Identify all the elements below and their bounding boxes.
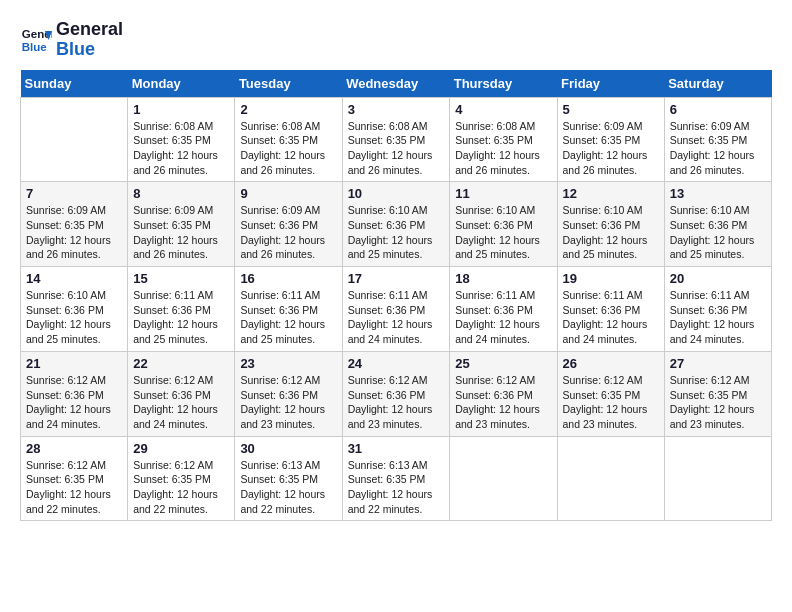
week-row-5: 28Sunrise: 6:12 AMSunset: 6:35 PMDayligh… [21,436,772,521]
column-header-tuesday: Tuesday [235,70,342,98]
day-info: Sunrise: 6:12 AMSunset: 6:36 PMDaylight:… [240,373,336,432]
calendar-cell: 30Sunrise: 6:13 AMSunset: 6:35 PMDayligh… [235,436,342,521]
day-info: Sunrise: 6:12 AMSunset: 6:36 PMDaylight:… [455,373,551,432]
day-number: 23 [240,356,336,371]
calendar-cell: 10Sunrise: 6:10 AMSunset: 6:36 PMDayligh… [342,182,450,267]
week-row-1: 1Sunrise: 6:08 AMSunset: 6:35 PMDaylight… [21,97,772,182]
day-info: Sunrise: 6:11 AMSunset: 6:36 PMDaylight:… [563,288,659,347]
day-info: Sunrise: 6:13 AMSunset: 6:35 PMDaylight:… [348,458,445,517]
calendar-cell: 29Sunrise: 6:12 AMSunset: 6:35 PMDayligh… [128,436,235,521]
day-info: Sunrise: 6:10 AMSunset: 6:36 PMDaylight:… [670,203,766,262]
week-row-4: 21Sunrise: 6:12 AMSunset: 6:36 PMDayligh… [21,351,772,436]
day-number: 20 [670,271,766,286]
calendar-cell: 19Sunrise: 6:11 AMSunset: 6:36 PMDayligh… [557,267,664,352]
day-info: Sunrise: 6:10 AMSunset: 6:36 PMDaylight:… [26,288,122,347]
calendar-cell: 16Sunrise: 6:11 AMSunset: 6:36 PMDayligh… [235,267,342,352]
calendar-cell: 13Sunrise: 6:10 AMSunset: 6:36 PMDayligh… [664,182,771,267]
calendar-cell: 2Sunrise: 6:08 AMSunset: 6:35 PMDaylight… [235,97,342,182]
day-number: 7 [26,186,122,201]
day-number: 18 [455,271,551,286]
day-info: Sunrise: 6:10 AMSunset: 6:36 PMDaylight:… [563,203,659,262]
column-header-friday: Friday [557,70,664,98]
day-info: Sunrise: 6:12 AMSunset: 6:35 PMDaylight:… [563,373,659,432]
day-number: 29 [133,441,229,456]
logo-icon: General Blue [20,24,52,56]
day-info: Sunrise: 6:11 AMSunset: 6:36 PMDaylight:… [670,288,766,347]
day-number: 2 [240,102,336,117]
column-header-monday: Monday [128,70,235,98]
column-header-thursday: Thursday [450,70,557,98]
day-info: Sunrise: 6:12 AMSunset: 6:36 PMDaylight:… [348,373,445,432]
day-number: 21 [26,356,122,371]
calendar-cell: 23Sunrise: 6:12 AMSunset: 6:36 PMDayligh… [235,351,342,436]
day-number: 16 [240,271,336,286]
calendar-cell: 26Sunrise: 6:12 AMSunset: 6:35 PMDayligh… [557,351,664,436]
day-number: 4 [455,102,551,117]
calendar-cell [664,436,771,521]
day-number: 9 [240,186,336,201]
logo-text: General Blue [56,20,123,60]
day-info: Sunrise: 6:13 AMSunset: 6:35 PMDaylight:… [240,458,336,517]
day-number: 17 [348,271,445,286]
day-number: 5 [563,102,659,117]
calendar-cell: 3Sunrise: 6:08 AMSunset: 6:35 PMDaylight… [342,97,450,182]
week-row-2: 7Sunrise: 6:09 AMSunset: 6:35 PMDaylight… [21,182,772,267]
day-info: Sunrise: 6:12 AMSunset: 6:35 PMDaylight:… [26,458,122,517]
calendar-cell [557,436,664,521]
day-info: Sunrise: 6:09 AMSunset: 6:36 PMDaylight:… [240,203,336,262]
day-number: 14 [26,271,122,286]
calendar-cell: 12Sunrise: 6:10 AMSunset: 6:36 PMDayligh… [557,182,664,267]
day-info: Sunrise: 6:08 AMSunset: 6:35 PMDaylight:… [133,119,229,178]
day-info: Sunrise: 6:09 AMSunset: 6:35 PMDaylight:… [563,119,659,178]
day-info: Sunrise: 6:11 AMSunset: 6:36 PMDaylight:… [348,288,445,347]
day-number: 15 [133,271,229,286]
day-number: 25 [455,356,551,371]
day-info: Sunrise: 6:12 AMSunset: 6:35 PMDaylight:… [670,373,766,432]
day-number: 24 [348,356,445,371]
day-info: Sunrise: 6:08 AMSunset: 6:35 PMDaylight:… [240,119,336,178]
calendar-cell [21,97,128,182]
day-info: Sunrise: 6:10 AMSunset: 6:36 PMDaylight:… [455,203,551,262]
calendar-cell [450,436,557,521]
calendar-cell: 5Sunrise: 6:09 AMSunset: 6:35 PMDaylight… [557,97,664,182]
day-number: 13 [670,186,766,201]
calendar-cell: 21Sunrise: 6:12 AMSunset: 6:36 PMDayligh… [21,351,128,436]
day-number: 1 [133,102,229,117]
week-row-3: 14Sunrise: 6:10 AMSunset: 6:36 PMDayligh… [21,267,772,352]
day-number: 19 [563,271,659,286]
calendar-header-row: SundayMondayTuesdayWednesdayThursdayFrid… [21,70,772,98]
calendar-cell: 20Sunrise: 6:11 AMSunset: 6:36 PMDayligh… [664,267,771,352]
column-header-wednesday: Wednesday [342,70,450,98]
calendar-cell: 25Sunrise: 6:12 AMSunset: 6:36 PMDayligh… [450,351,557,436]
calendar-table: SundayMondayTuesdayWednesdayThursdayFrid… [20,70,772,522]
day-info: Sunrise: 6:10 AMSunset: 6:36 PMDaylight:… [348,203,445,262]
day-info: Sunrise: 6:09 AMSunset: 6:35 PMDaylight:… [26,203,122,262]
day-info: Sunrise: 6:11 AMSunset: 6:36 PMDaylight:… [240,288,336,347]
calendar-cell: 4Sunrise: 6:08 AMSunset: 6:35 PMDaylight… [450,97,557,182]
day-number: 31 [348,441,445,456]
calendar-cell: 24Sunrise: 6:12 AMSunset: 6:36 PMDayligh… [342,351,450,436]
day-info: Sunrise: 6:12 AMSunset: 6:35 PMDaylight:… [133,458,229,517]
day-number: 3 [348,102,445,117]
calendar-cell: 14Sunrise: 6:10 AMSunset: 6:36 PMDayligh… [21,267,128,352]
day-number: 26 [563,356,659,371]
day-number: 11 [455,186,551,201]
logo: General Blue General Blue [20,20,123,60]
day-info: Sunrise: 6:09 AMSunset: 6:35 PMDaylight:… [133,203,229,262]
calendar-cell: 31Sunrise: 6:13 AMSunset: 6:35 PMDayligh… [342,436,450,521]
day-number: 6 [670,102,766,117]
day-number: 8 [133,186,229,201]
day-number: 28 [26,441,122,456]
day-info: Sunrise: 6:11 AMSunset: 6:36 PMDaylight:… [455,288,551,347]
column-header-saturday: Saturday [664,70,771,98]
day-number: 12 [563,186,659,201]
day-number: 30 [240,441,336,456]
day-info: Sunrise: 6:12 AMSunset: 6:36 PMDaylight:… [133,373,229,432]
calendar-cell: 7Sunrise: 6:09 AMSunset: 6:35 PMDaylight… [21,182,128,267]
day-info: Sunrise: 6:12 AMSunset: 6:36 PMDaylight:… [26,373,122,432]
calendar-cell: 1Sunrise: 6:08 AMSunset: 6:35 PMDaylight… [128,97,235,182]
calendar-cell: 9Sunrise: 6:09 AMSunset: 6:36 PMDaylight… [235,182,342,267]
calendar-cell: 6Sunrise: 6:09 AMSunset: 6:35 PMDaylight… [664,97,771,182]
calendar-cell: 11Sunrise: 6:10 AMSunset: 6:36 PMDayligh… [450,182,557,267]
page-header: General Blue General Blue [20,20,772,60]
